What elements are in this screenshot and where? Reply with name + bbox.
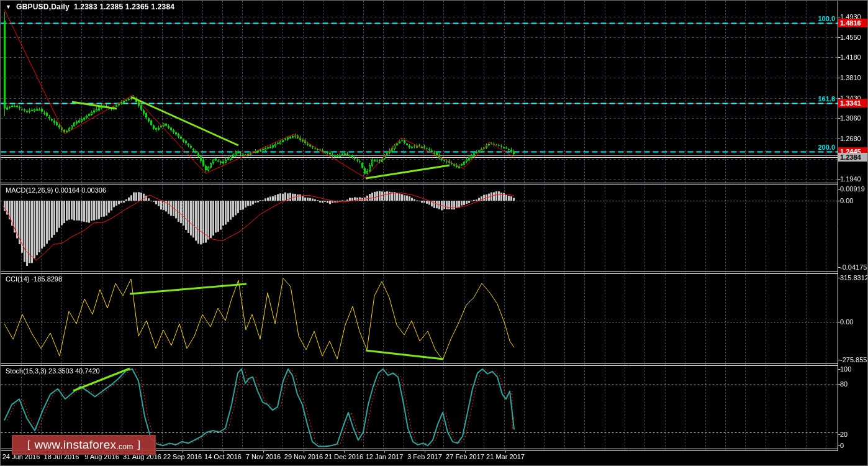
- ohlc-values: 1.2383 1.2385 1.2365 1.2384: [74, 2, 174, 11]
- date-axis-label[interactable]: 21 Dec 2016: [325, 453, 363, 460]
- chart-canvas[interactable]: [1, 1, 868, 466]
- cci-scale-tick: -275.855: [840, 356, 867, 363]
- date-axis-label[interactable]: 22 Sep 2016: [163, 453, 202, 460]
- fibo-level-label: 200.0: [818, 144, 835, 151]
- date-axis-label[interactable]: 3 Feb 2017: [407, 453, 442, 460]
- date-axis-label[interactable]: 7 Nov 2016: [246, 453, 281, 460]
- price-scale-tick: 1.4180: [840, 53, 861, 61]
- price-scale-tick: 1.3060: [840, 114, 861, 122]
- instaforex-watermark: [www.instaforex.com]: [12, 435, 156, 455]
- stoch-indicator-label: Stoch(15,3,3) 23.3503 40.7420: [6, 367, 100, 375]
- date-axis-label[interactable]: 27 Feb 2017: [446, 453, 484, 460]
- price-level-tag: 1.4816: [838, 19, 868, 27]
- stoch-scale-tick: 80: [840, 380, 848, 388]
- cci-indicator-label: CCI(14) -185.8298: [6, 275, 62, 283]
- price-scale-tick: 1.3810: [840, 74, 861, 81]
- price-scale-tick: 1.4550: [840, 34, 861, 41]
- price-scale-tick: 1.2680: [840, 135, 861, 142]
- stoch-scale-tick: 0: [840, 442, 844, 449]
- date-axis-label[interactable]: 21 Mar 2017: [486, 453, 525, 460]
- logo-bracket-left: [: [27, 439, 30, 451]
- macd-scale-tick: 0.00919: [840, 185, 865, 193]
- cci-scale-tick: 315.8312: [840, 274, 868, 281]
- macd-indicator-label: MACD(12,26,9) 0.00164 0.00306: [6, 186, 106, 194]
- date-axis-label[interactable]: 12 Jan 2017: [366, 453, 404, 460]
- chart-title: ▼GBPUSD,Daily 1.2383 1.2385 1.2365 1.238…: [6, 2, 174, 11]
- current-price-tag: 1.2384: [838, 153, 868, 162]
- fibo-level-label: 161.8: [818, 95, 835, 103]
- macd-scale-tick: 0.00: [840, 197, 853, 204]
- price-scale-tick: 1.1940: [840, 175, 861, 183]
- cci-scale-tick: 0.00: [840, 318, 853, 326]
- symbol-dropdown-icon[interactable]: ▼: [6, 4, 11, 10]
- mt4-chart-window: ▼GBPUSD,Daily 1.2383 1.2385 1.2365 1.238…: [0, 0, 868, 466]
- fibo-level-label: 100.0: [818, 15, 835, 22]
- stoch-scale-tick: 20: [840, 431, 848, 438]
- macd-scale-tick: -0.04175: [840, 263, 867, 271]
- logo-tld: .com: [116, 439, 133, 451]
- date-axis-label[interactable]: 14 Oct 2016: [204, 453, 242, 460]
- price-level-tag: 1.3341: [838, 99, 868, 107]
- symbol-name: GBPUSD,Daily: [16, 2, 70, 11]
- logo-bracket-right: ]: [138, 439, 141, 451]
- stoch-scale-tick: 100: [840, 365, 851, 373]
- date-axis-label[interactable]: 29 Nov 2016: [284, 453, 323, 460]
- logo-text: www.instaforex: [34, 438, 116, 452]
